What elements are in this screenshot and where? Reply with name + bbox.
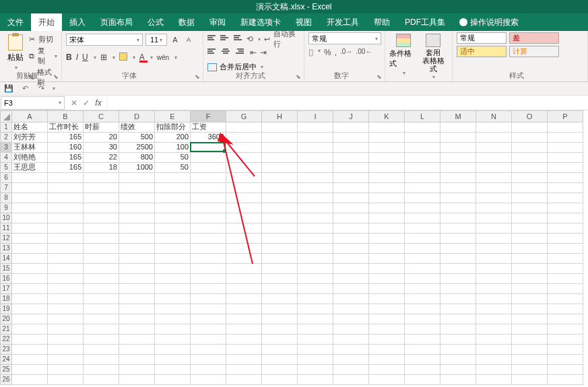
select-all-button[interactable] bbox=[0, 110, 12, 122]
cell-C12[interactable] bbox=[84, 234, 119, 244]
align-right-button[interactable] bbox=[236, 48, 247, 57]
enter-formula-button[interactable]: ✓ bbox=[81, 98, 92, 108]
cell-J9[interactable] bbox=[333, 203, 369, 213]
cell-P11[interactable] bbox=[548, 223, 583, 234]
cell-L5[interactable] bbox=[405, 163, 440, 173]
cell-B14[interactable] bbox=[48, 254, 84, 264]
cell-F25[interactable] bbox=[191, 365, 226, 375]
col-head-E[interactable]: E bbox=[155, 110, 191, 122]
row-head-4[interactable]: 4 bbox=[0, 153, 12, 163]
col-head-D[interactable]: D bbox=[119, 110, 155, 122]
col-head-P[interactable]: P bbox=[548, 110, 583, 122]
cell-A11[interactable] bbox=[12, 223, 48, 234]
cell-G5[interactable] bbox=[226, 163, 262, 173]
cell-A22[interactable] bbox=[12, 335, 48, 345]
font-launcher[interactable]: ⬊ bbox=[195, 73, 201, 80]
cell-E26[interactable] bbox=[155, 375, 191, 385]
cell-O4[interactable] bbox=[512, 153, 548, 163]
cell-A16[interactable] bbox=[12, 274, 48, 284]
cell-L19[interactable] bbox=[405, 304, 440, 314]
cell-E9[interactable] bbox=[155, 203, 191, 213]
cell-N4[interactable] bbox=[476, 153, 512, 163]
cell-I4[interactable] bbox=[298, 153, 333, 163]
cell-K19[interactable] bbox=[369, 304, 405, 314]
col-head-J[interactable]: J bbox=[333, 110, 369, 122]
cell-I16[interactable] bbox=[298, 274, 333, 284]
cell-K21[interactable] bbox=[369, 324, 405, 335]
cell-P23[interactable] bbox=[548, 345, 583, 355]
cell-D6[interactable] bbox=[119, 173, 155, 183]
cut-button[interactable]: ✂剪切 bbox=[28, 34, 58, 44]
row-head-24[interactable]: 24 bbox=[0, 355, 12, 365]
cell-I22[interactable] bbox=[298, 335, 333, 345]
cell-B7[interactable] bbox=[48, 183, 84, 193]
cell-J5[interactable] bbox=[333, 163, 369, 173]
cell-A19[interactable] bbox=[12, 304, 48, 314]
cell-E10[interactable] bbox=[155, 213, 191, 223]
cell-D18[interactable] bbox=[119, 294, 155, 304]
cell-N19[interactable] bbox=[476, 304, 512, 314]
cell-C13[interactable] bbox=[84, 244, 119, 254]
increase-font-button[interactable]: A bbox=[170, 34, 181, 46]
align-top-button[interactable] bbox=[207, 34, 217, 44]
align-bottom-button[interactable] bbox=[234, 34, 243, 44]
cell-C22[interactable] bbox=[84, 335, 119, 345]
cell-F18[interactable] bbox=[191, 294, 226, 304]
cell-M12[interactable] bbox=[440, 234, 476, 244]
cell-C6[interactable] bbox=[84, 173, 119, 183]
cell-I24[interactable] bbox=[298, 355, 333, 365]
cell-G19[interactable] bbox=[226, 304, 262, 314]
cell-D19[interactable] bbox=[119, 304, 155, 314]
cell-F2[interactable]: 3600 bbox=[191, 133, 226, 143]
cell-E8[interactable] bbox=[155, 193, 191, 203]
cell-C1[interactable]: 时薪 bbox=[84, 122, 119, 133]
cell-G12[interactable] bbox=[226, 234, 262, 244]
cell-M21[interactable] bbox=[440, 324, 476, 335]
col-head-H[interactable]: H bbox=[262, 110, 298, 122]
cell-J24[interactable] bbox=[333, 355, 369, 365]
cell-J20[interactable] bbox=[333, 314, 369, 324]
row-head-11[interactable]: 11 bbox=[0, 223, 12, 234]
cell-L17[interactable] bbox=[405, 284, 440, 294]
cell-O6[interactable] bbox=[512, 173, 548, 183]
cell-E16[interactable] bbox=[155, 274, 191, 284]
row-head-2[interactable]: 2 bbox=[0, 133, 12, 143]
cell-B13[interactable] bbox=[48, 244, 84, 254]
font-color-button[interactable]: A bbox=[139, 52, 145, 62]
cell-I19[interactable] bbox=[298, 304, 333, 314]
cell-H18[interactable] bbox=[262, 294, 298, 304]
cell-G25[interactable] bbox=[226, 365, 262, 375]
cell-M2[interactable] bbox=[440, 133, 476, 143]
cell-M16[interactable] bbox=[440, 274, 476, 284]
cell-G18[interactable] bbox=[226, 294, 262, 304]
cell-N7[interactable] bbox=[476, 183, 512, 193]
cell-N24[interactable] bbox=[476, 355, 512, 365]
cell-M3[interactable] bbox=[440, 143, 476, 153]
cell-G11[interactable] bbox=[226, 223, 262, 234]
cell-I6[interactable] bbox=[298, 173, 333, 183]
cell-A15[interactable] bbox=[12, 264, 48, 274]
cell-K11[interactable] bbox=[369, 223, 405, 234]
cell-O10[interactable] bbox=[512, 213, 548, 223]
cell-O18[interactable] bbox=[512, 294, 548, 304]
cell-E1[interactable]: 扣除部分 bbox=[155, 122, 191, 133]
cell-C26[interactable] bbox=[84, 375, 119, 385]
font-size-select[interactable]: 11▾ bbox=[145, 34, 167, 46]
cell-D13[interactable] bbox=[119, 244, 155, 254]
cell-N25[interactable] bbox=[476, 365, 512, 375]
cell-B2[interactable]: 165 bbox=[48, 133, 84, 143]
cell-B24[interactable] bbox=[48, 355, 84, 365]
cell-P26[interactable] bbox=[548, 375, 583, 385]
cell-D3[interactable]: 2500 bbox=[119, 143, 155, 153]
italic-button[interactable]: I bbox=[76, 52, 78, 62]
cell-A7[interactable] bbox=[12, 183, 48, 193]
cell-A5[interactable]: 王思思 bbox=[12, 163, 48, 173]
cell-L15[interactable] bbox=[405, 264, 440, 274]
cell-G20[interactable] bbox=[226, 314, 262, 324]
tab-pdf[interactable]: PDF工具集 bbox=[397, 13, 453, 31]
cell-B10[interactable] bbox=[48, 213, 84, 223]
percent-button[interactable]: % bbox=[324, 48, 331, 57]
row-head-21[interactable]: 21 bbox=[0, 324, 12, 335]
cell-K9[interactable] bbox=[369, 203, 405, 213]
cell-P25[interactable] bbox=[548, 365, 583, 375]
